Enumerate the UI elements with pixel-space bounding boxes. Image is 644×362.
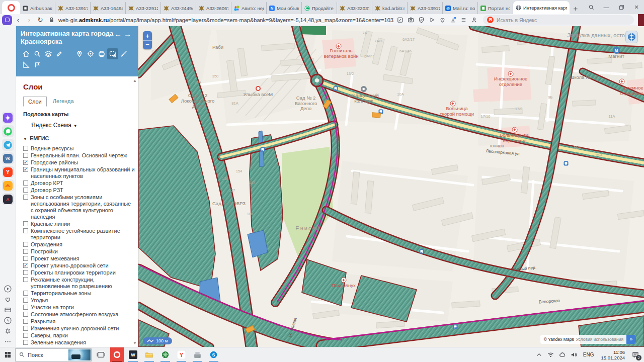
layer-checkbox[interactable]: ✓ bbox=[23, 167, 28, 172]
globe-button[interactable] bbox=[625, 31, 638, 43]
taskbar-search-box[interactable]: Поиск bbox=[15, 348, 92, 361]
tab-legend[interactable]: Легенда bbox=[48, 97, 78, 106]
cloud-tray-icon[interactable] bbox=[557, 348, 568, 362]
layer-checkbox[interactable] bbox=[23, 153, 28, 158]
print-tool-icon[interactable] bbox=[96, 48, 107, 59]
zoom-out-button[interactable]: − bbox=[143, 41, 152, 49]
history-icon[interactable] bbox=[3, 315, 14, 326]
explorer-taskbar-icon[interactable] bbox=[142, 347, 156, 362]
tab-search-icon[interactable] bbox=[585, 1, 598, 13]
pin-tool-icon[interactable] bbox=[74, 48, 85, 59]
chevron-tray-icon[interactable] bbox=[534, 348, 544, 362]
reload-button[interactable]: ↻ bbox=[35, 15, 45, 25]
task-view-button[interactable] bbox=[94, 347, 108, 362]
browser-tab[interactable]: А33-26067/20 bbox=[196, 2, 231, 14]
browser-tab[interactable]: А33-13917/20 bbox=[408, 2, 443, 14]
terms-link[interactable]: Условия использования bbox=[576, 337, 623, 342]
profile-icon[interactable] bbox=[469, 15, 479, 25]
hammer-tool-icon[interactable] bbox=[54, 48, 65, 59]
layer-checkbox[interactable]: ✓ bbox=[23, 160, 28, 165]
zoom-in-button[interactable]: + bbox=[143, 31, 152, 41]
expand-button[interactable]: » bbox=[626, 335, 636, 344]
panel-forward-arrow[interactable]: → bbox=[124, 30, 133, 38]
gray-taskbar-icon[interactable] bbox=[191, 347, 204, 362]
snapshot-icon[interactable] bbox=[406, 15, 416, 25]
layer-checkbox[interactable] bbox=[23, 298, 28, 303]
layer-checkbox[interactable] bbox=[23, 326, 28, 331]
layer-checkbox[interactable] bbox=[23, 188, 28, 193]
url-text[interactable]: web-gis.admkrsk.ru/portal/map/imap/app.h… bbox=[57, 17, 394, 23]
layer-checkbox[interactable] bbox=[23, 340, 28, 345]
search-highlight-image[interactable] bbox=[68, 349, 91, 360]
back-button[interactable]: ‹ bbox=[13, 15, 23, 25]
panel-back-arrow[interactable]: ← bbox=[114, 30, 124, 38]
forward-button[interactable]: › bbox=[24, 15, 34, 25]
browser-tab[interactable]: kad.arbitr.ru bbox=[372, 2, 408, 14]
browser-tab[interactable]: Портал новос bbox=[478, 2, 513, 14]
player-icon[interactable] bbox=[3, 284, 14, 294]
basemap-dropdown[interactable]: Яндекс Схема▼ bbox=[31, 122, 135, 129]
layer-checkbox[interactable] bbox=[23, 242, 28, 247]
layer-checkbox[interactable] bbox=[23, 277, 28, 282]
browser-tab[interactable]: А33-24494/20 bbox=[161, 2, 196, 14]
more-icon[interactable] bbox=[3, 336, 14, 347]
edit-icon[interactable] bbox=[395, 15, 405, 25]
browser-tab[interactable]: А33-13917/20 bbox=[55, 2, 91, 14]
restore-button[interactable] bbox=[615, 1, 628, 13]
layer-checkbox[interactable] bbox=[23, 180, 28, 186]
layer-checkbox[interactable] bbox=[23, 249, 28, 254]
scroll-down-arrow[interactable]: ▼ bbox=[133, 341, 137, 345]
notification-center-button[interactable]: 2 bbox=[629, 348, 642, 362]
close-button[interactable]: ✕ bbox=[630, 1, 643, 13]
layer-checkbox[interactable] bbox=[23, 195, 28, 200]
download-icon[interactable] bbox=[448, 15, 458, 25]
layers-tool-icon[interactable] bbox=[43, 48, 54, 59]
keyboard-language[interactable]: ENG bbox=[580, 352, 597, 357]
layer-checkbox[interactable] bbox=[23, 305, 28, 310]
layer-checkbox[interactable] bbox=[23, 319, 28, 324]
home-tool-icon[interactable] bbox=[21, 48, 32, 59]
start-button[interactable] bbox=[0, 347, 15, 362]
ruler-tool-icon[interactable] bbox=[118, 48, 129, 59]
setsquare-tool-icon[interactable] bbox=[21, 59, 32, 70]
browser-tab[interactable]: @Mail.ru: почт bbox=[443, 2, 478, 14]
green-taskbar-icon[interactable] bbox=[158, 347, 172, 362]
bookmark-heart-icon[interactable] bbox=[437, 15, 447, 25]
vk-app-icon[interactable]: VK bbox=[2, 152, 14, 164]
target-tool-icon[interactable] bbox=[85, 48, 96, 59]
menu-icon[interactable] bbox=[458, 15, 468, 25]
search-tool-icon[interactable] bbox=[32, 48, 43, 59]
map-scale-control[interactable]: 100 м bbox=[143, 337, 172, 344]
word-taskbar-icon[interactable]: W bbox=[126, 347, 140, 362]
browser-tab[interactable]: А33-16494/20 bbox=[91, 2, 126, 14]
brush-tool-icon[interactable] bbox=[32, 59, 43, 70]
layer-checkbox[interactable] bbox=[23, 333, 28, 338]
taskbar-clock[interactable]: 11:06 15.01.2024 bbox=[598, 349, 628, 360]
browser-tab[interactable]: А33-22912/20 bbox=[126, 2, 161, 14]
yandex-app-icon[interactable]: Y bbox=[2, 166, 14, 178]
tab-layers[interactable]: Слои bbox=[23, 97, 47, 107]
lock-icon[interactable] bbox=[46, 15, 56, 25]
layer-checkbox[interactable] bbox=[23, 312, 28, 317]
scroll-up-arrow[interactable]: ▲ bbox=[133, 78, 137, 83]
wifi-tray-icon[interactable] bbox=[545, 348, 556, 362]
layer-checkbox[interactable] bbox=[23, 270, 28, 275]
avitoapp-app-icon[interactable]: A bbox=[2, 193, 14, 205]
workspace-icon[interactable] bbox=[2, 15, 12, 25]
layer-checkbox[interactable]: ✓ bbox=[23, 263, 28, 268]
skype-taskbar-icon[interactable]: S bbox=[207, 347, 220, 362]
shield-check-icon[interactable] bbox=[416, 15, 426, 25]
layer-checkbox[interactable] bbox=[23, 146, 28, 151]
market-app-icon[interactable] bbox=[2, 179, 14, 192]
card-icon[interactable] bbox=[3, 305, 14, 315]
flow-icon[interactable] bbox=[427, 15, 437, 25]
aria-app-icon[interactable] bbox=[2, 112, 14, 124]
volume-tray-icon[interactable] bbox=[569, 348, 579, 362]
settings-icon[interactable] bbox=[3, 326, 14, 336]
layer-checkbox[interactable] bbox=[23, 291, 28, 296]
minimize-button[interactable]: — bbox=[600, 1, 613, 13]
yandex-search-box[interactable]: Я Искать в Яндекс bbox=[483, 15, 634, 25]
group-emgis[interactable]: ▼ЕМГИС bbox=[23, 135, 135, 141]
whatsapp-app-icon[interactable] bbox=[2, 125, 14, 137]
browser-tab[interactable]: Продайте ил bbox=[302, 2, 337, 14]
